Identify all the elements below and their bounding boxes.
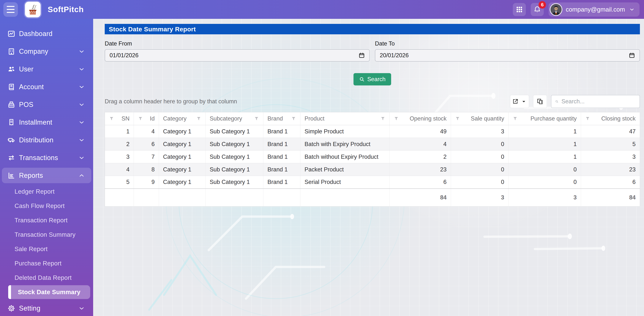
filter-funnel-icon[interactable] <box>513 116 518 121</box>
filter-funnel-icon[interactable] <box>585 116 590 121</box>
chevron-down-icon <box>78 305 85 312</box>
page-title: Stock Date Summary Report <box>105 24 640 34</box>
cell-subcategory: Sub Category 1 <box>206 125 263 138</box>
column-chooser-button[interactable] <box>533 95 547 108</box>
main-content: Stock Date Summary Report Date From Date… <box>93 19 644 316</box>
notifications-button[interactable]: 6 <box>531 3 544 16</box>
sidebar-item-dashboard[interactable]: Dashboard <box>0 25 93 43</box>
sidebar-subitem-label: Stock Date Summary <box>18 288 80 296</box>
grid-search-input[interactable] <box>562 98 636 105</box>
column-header-brand[interactable]: Brand <box>263 112 300 125</box>
sidebar-subitem-label: Transaction Report <box>14 217 68 224</box>
sidebar-subitem-cash-flow-report[interactable]: Cash Flow Report <box>0 199 93 213</box>
column-header-sale-quantity[interactable]: Sale quantity <box>451 112 508 125</box>
column-header-id[interactable]: Id <box>134 112 159 125</box>
column-header-label: Closing stock <box>593 115 636 122</box>
column-header-product[interactable]: Product <box>300 112 390 125</box>
sidebar-subitem-stock-date-summary[interactable]: Stock Date Summary <box>8 285 90 299</box>
search-button[interactable]: Search <box>354 73 391 85</box>
export-button[interactable] <box>510 95 529 108</box>
sidebar-item-setting[interactable]: Setting <box>0 299 93 316</box>
column-header-label: Opening stock <box>402 115 446 122</box>
cell-id: 9 <box>134 176 159 189</box>
calendar-icon[interactable] <box>358 52 365 59</box>
pos-icon <box>8 101 18 109</box>
sidebar-subitem-sale-report[interactable]: Sale Report <box>0 242 93 256</box>
cell-sn: 3 <box>105 151 134 163</box>
search-icon <box>359 77 365 82</box>
date-from-input[interactable] <box>105 49 370 62</box>
top-navbar: SoftPitch 6 <box>0 0 644 19</box>
table-row[interactable]: 14Category 1Sub Category 1Brand 1Simple … <box>105 125 640 138</box>
chevron-down-icon <box>78 48 85 55</box>
sidebar-subitem-transaction-report[interactable]: Transaction Report <box>0 213 93 227</box>
user-email: company@gmail.com <box>566 6 625 13</box>
cell-brand: Brand 1 <box>263 163 300 176</box>
sidebar-item-label: POS <box>19 101 33 109</box>
filter-funnel-icon[interactable] <box>455 116 460 121</box>
cell-id: 7 <box>134 151 159 163</box>
sidebar-item-distribution[interactable]: Distribution <box>0 131 93 149</box>
grid-search-box[interactable] <box>551 95 640 108</box>
table-row[interactable]: 59Category 1Sub Category 1Brand 1Serial … <box>105 176 640 189</box>
sidebar-subitem-purchase-report[interactable]: Purchase Report <box>0 256 93 270</box>
sidebar-item-reports[interactable]: Reports <box>0 167 93 184</box>
column-chooser-icon <box>537 98 544 105</box>
sidebar-subitem-deleted-data-report[interactable]: Deleted Data Report <box>0 270 93 285</box>
filter-funnel-icon[interactable] <box>196 116 201 121</box>
cell-brand: Brand 1 <box>263 138 300 151</box>
column-header-closing-stock[interactable]: Closing stock <box>581 112 640 125</box>
date-from-value[interactable] <box>110 52 358 59</box>
date-to-input[interactable] <box>375 49 640 62</box>
cell-product: Packet Product <box>300 163 390 176</box>
filter-funnel-icon[interactable] <box>394 116 399 121</box>
cell-opening-stock: 2 <box>390 151 451 163</box>
cell-opening-stock: 6 <box>390 176 451 189</box>
grid-toolbar-right <box>510 95 640 108</box>
cell-subcategory: Sub Category 1 <box>206 176 263 189</box>
filter-funnel-icon[interactable] <box>291 116 296 121</box>
filter-funnel-icon[interactable] <box>138 116 143 121</box>
sidebar-item-account[interactable]: Account <box>0 78 93 96</box>
sidebar-nav: DashboardCompanyUserAccountPOSInstallmen… <box>0 25 93 316</box>
sidebar-subitem-ledger-report[interactable]: Ledger Report <box>0 184 93 199</box>
sidebar-item-installment[interactable]: Installment <box>0 113 93 131</box>
cell-purchase-quantity: 1 <box>508 151 581 163</box>
sidebar-item-company[interactable]: Company <box>0 43 93 60</box>
filter-funnel-icon[interactable] <box>109 116 114 121</box>
group-by-hint[interactable]: Drag a column header here to group by th… <box>105 98 237 105</box>
grid-toolbar: Drag a column header here to group by th… <box>105 95 640 108</box>
sidebar-item-transactions[interactable]: Transactions <box>0 149 93 167</box>
column-header-category[interactable]: Category <box>159 112 206 125</box>
calendar-icon[interactable] <box>629 52 635 59</box>
sidebar-item-pos[interactable]: POS <box>0 96 93 113</box>
chevron-down-icon <box>629 7 635 12</box>
column-header-label: Id <box>146 115 155 122</box>
column-header-label: Category <box>163 115 194 122</box>
date-to-value[interactable] <box>380 52 629 59</box>
column-header-label: SN <box>117 115 130 122</box>
table-row[interactable]: 26Category 1Sub Category 1Brand 1Batch w… <box>105 138 640 151</box>
filter-funnel-icon[interactable] <box>380 116 385 121</box>
chevron-down-icon <box>520 98 527 105</box>
column-header-purchase-quantity[interactable]: Purchase quantity <box>508 112 581 125</box>
sidebar-subitem-transaction-summary[interactable]: Transaction Summary <box>0 227 93 242</box>
filter-funnel-icon[interactable] <box>254 116 259 121</box>
table-row[interactable]: 37Category 1Sub Category 1Brand 1Batch w… <box>105 151 640 163</box>
sidebar-item-label: Reports <box>19 172 43 179</box>
sidebar-item-label: Transactions <box>19 154 58 162</box>
column-header-sn[interactable]: SN <box>105 112 134 125</box>
user-menu[interactable]: company@gmail.com <box>548 3 640 17</box>
hamburger-menu-button[interactable] <box>3 2 18 17</box>
chevron-down-icon <box>78 84 85 90</box>
column-header-opening-stock[interactable]: Opening stock <box>390 112 451 125</box>
sidebar-item-user[interactable]: User <box>0 60 93 78</box>
dashboard-icon <box>8 30 18 38</box>
reports-icon <box>8 172 18 179</box>
column-header-subcategory[interactable]: Subcategory <box>206 112 263 125</box>
table-row[interactable]: 48Category 1Sub Category 1Brand 1Packet … <box>105 163 640 176</box>
apps-grid-icon <box>516 6 523 13</box>
account-icon <box>8 83 18 91</box>
notification-badge: 6 <box>538 1 546 9</box>
apps-grid-button[interactable] <box>513 3 526 16</box>
